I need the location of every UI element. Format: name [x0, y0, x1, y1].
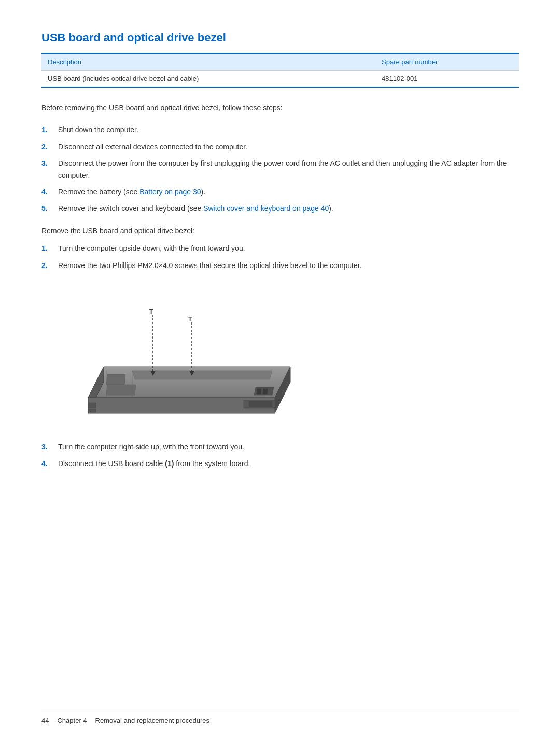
table-cell-part-number: 481102-001	[375, 71, 519, 88]
list-item: 3. Disconnect the power from the compute…	[41, 158, 519, 181]
page-content: USB board and optical drive bezel Descri…	[0, 0, 560, 522]
svg-marker-11	[249, 401, 272, 407]
step-text: Remove the switch cover and keyboard (se…	[58, 203, 519, 214]
list-item: 5. Remove the switch cover and keyboard …	[41, 203, 519, 214]
page-title: USB board and optical drive bezel	[41, 31, 519, 45]
list-item: 1. Shut down the computer.	[41, 124, 519, 135]
svg-text:T: T	[149, 308, 153, 315]
prereq-steps-list: 1. Shut down the computer. 2. Disconnect…	[41, 124, 519, 214]
list-item: 4. Remove the battery (see Battery on pa…	[41, 186, 519, 198]
list-item: 2. Disconnect all external devices conne…	[41, 141, 519, 152]
step-number: 5.	[41, 203, 52, 214]
svg-marker-20	[88, 403, 96, 408]
parts-table-container: Description Spare part number USB board …	[41, 53, 519, 88]
svg-marker-5	[106, 374, 125, 385]
table-cell-description: USB board (includes optical drive bezel …	[41, 71, 375, 88]
parts-table: Description Spare part number USB board …	[41, 53, 519, 88]
table-header-spare-part: Spare part number	[375, 53, 519, 71]
footer-chapter: Chapter 4	[57, 716, 87, 724]
step-number: 3.	[41, 158, 52, 181]
list-item: 2. Remove the two Phillips PM2.0×4.0 scr…	[41, 260, 519, 271]
step-number: 1.	[41, 124, 52, 135]
table-row: USB board (includes optical drive bezel …	[41, 71, 519, 88]
step-text: Remove the two Phillips PM2.0×4.0 screws…	[58, 260, 519, 271]
svg-marker-9	[263, 389, 268, 394]
step-number: 2.	[41, 260, 52, 271]
step-number: 3.	[41, 441, 52, 453]
switch-cover-link[interactable]: Switch cover and keyboard on page 40	[203, 204, 329, 213]
remove-steps-list-continued: 3. Turn the computer right-side up, with…	[41, 441, 519, 470]
step-number: 4.	[41, 458, 52, 469]
step-text: Disconnect all external devices connecte…	[58, 141, 519, 152]
step-number: 2.	[41, 141, 52, 152]
step-text: Disconnect the USB board cable (1) from …	[58, 458, 519, 469]
list-item: 4. Disconnect the USB board cable (1) fr…	[41, 458, 519, 469]
step-text: Disconnect the power from the computer b…	[58, 158, 519, 181]
step-number: 4.	[41, 186, 52, 198]
table-header-description: Description	[41, 53, 375, 71]
footer-page-number: 44	[41, 716, 49, 724]
step-text: Remove the battery (see Battery on page …	[58, 186, 519, 198]
footer-chapter-title: Removal and replacement procedures	[95, 716, 209, 724]
remove-section-label: Remove the USB board and optical drive b…	[41, 225, 519, 236]
list-item: 1. Turn the computer upside down, with t…	[41, 243, 519, 254]
step-text: Shut down the computer.	[58, 124, 519, 135]
diagram-container: T T	[73, 284, 519, 429]
svg-marker-21	[88, 409, 96, 412]
battery-link[interactable]: Battery on page 30	[139, 188, 201, 196]
step-text: Turn the computer right-side up, with th…	[58, 441, 519, 453]
svg-marker-8	[257, 389, 261, 394]
intro-text: Before removing the USB board and optica…	[41, 102, 519, 114]
footer: 44 Chapter 4 Removal and replacement pro…	[41, 711, 519, 724]
step-text: Turn the computer upside down, with the …	[58, 243, 519, 254]
svg-marker-6	[106, 385, 136, 395]
step-number: 1.	[41, 243, 52, 254]
list-item: 3. Turn the computer right-side up, with…	[41, 441, 519, 453]
svg-text:T: T	[188, 316, 192, 323]
laptop-diagram: T T	[73, 284, 301, 429]
remove-steps-list: 1. Turn the computer upside down, with t…	[41, 243, 519, 271]
